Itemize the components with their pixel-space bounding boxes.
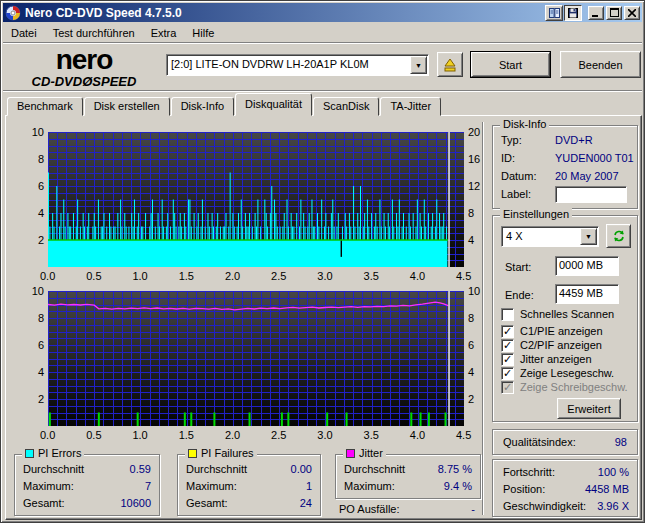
jitter-checkbox[interactable] — [501, 353, 514, 366]
quit-button[interactable]: Beenden — [560, 51, 641, 78]
advanced-button[interactable]: Erweitert — [557, 398, 621, 419]
drive-select[interactable]: [2:0] LITE-ON DVDRW LH-20A1P KL0M ▼ — [166, 54, 429, 76]
tick-label: 1.5 — [179, 270, 194, 282]
tick-label: 6 — [468, 339, 474, 351]
tab-disk-erstellen[interactable]: Disk erstellen — [84, 97, 170, 116]
tick-label: 2.0 — [225, 429, 240, 441]
tick-label: 20 — [468, 126, 480, 138]
tab-diskqualitaet[interactable]: Diskqualität — [235, 93, 312, 116]
tick-label: 6 — [22, 180, 44, 192]
start-input[interactable]: 0000 MB — [555, 256, 619, 276]
progress-label: Fortschritt: — [503, 466, 555, 478]
pi-errors-swatch — [25, 449, 34, 458]
progress-panel: Fortschritt: 100 % Position: 4458 MB Ges… — [492, 459, 638, 517]
jitter-label: Jitter anzeigen — [520, 353, 592, 365]
tick-label: 8 — [22, 312, 44, 324]
label-input[interactable] — [555, 186, 627, 203]
tick-label: 10 — [22, 285, 44, 297]
tab-disk-info[interactable]: Disk-Info — [171, 97, 234, 116]
end-label: Ende: — [505, 289, 534, 301]
minimize-icon — [592, 9, 600, 17]
datum-label: Datum: — [501, 170, 536, 182]
tick-label: 8 — [468, 312, 474, 324]
label-label: Label: — [501, 188, 531, 200]
jitter-avg: 8.75 % — [438, 463, 472, 475]
book-icon — [549, 8, 560, 18]
id-label: ID: — [501, 152, 515, 164]
tab-scandisk[interactable]: ScanDisk — [313, 97, 379, 116]
logo-disc-icon: Ø — [82, 74, 92, 89]
read-speed-checkbox[interactable] — [501, 367, 514, 380]
menu-bar: Datei Test durchführen Extra Hilfe — [3, 23, 642, 42]
chart-window-button[interactable] — [545, 5, 563, 21]
pif-total: 24 — [300, 497, 312, 509]
tick-label: 2.5 — [271, 429, 286, 441]
settings-legend: Einstellungen — [500, 208, 572, 220]
tick-label: 2 — [22, 393, 44, 405]
c2-pif-checkbox[interactable] — [501, 339, 514, 352]
tick-label: 8 — [22, 153, 44, 165]
chevron-down-icon[interactable]: ▼ — [410, 56, 427, 74]
tick-label: 2 — [468, 393, 474, 405]
disk-info-group: Disk-Info Typ: DVD+R ID: YUDEN000 T01 Da… — [492, 125, 638, 209]
eject-button[interactable] — [437, 52, 463, 77]
fast-scan-label: Schnelles Scannen — [520, 308, 614, 320]
po-failures-label: PO Ausfälle: — [339, 503, 400, 515]
speed-select[interactable]: 4 X ▼ — [501, 226, 599, 247]
app-icon — [5, 5, 21, 21]
id-value: YUDEN000 T01 — [555, 152, 634, 164]
datum-value: 20 May 2007 — [555, 170, 619, 182]
tick-label: 4 — [22, 207, 44, 219]
header-separator — [3, 90, 642, 92]
jitter-stats: Jitter Durchschnitt 8.75 % Maximum: 9.4 … — [335, 454, 481, 499]
close-icon — [628, 9, 636, 17]
pi-failures-swatch — [188, 449, 197, 458]
menu-hilfe[interactable]: Hilfe — [184, 25, 222, 41]
panel-divider — [482, 122, 484, 515]
drive-select-value: [2:0] LITE-ON DVDRW LH-20A1P KL0M — [167, 55, 409, 75]
tick-label: 10 — [468, 285, 480, 297]
tick-label: 4.5 — [456, 429, 471, 441]
close-button[interactable] — [624, 6, 640, 20]
po-failures-value: - — [435, 503, 475, 515]
end-input[interactable]: 4459 MB — [555, 284, 619, 304]
tick-label: 8 — [468, 207, 474, 219]
nero-logo-wordmark: nero — [9, 46, 159, 74]
c1-pie-checkbox[interactable] — [501, 325, 514, 338]
quality-index-label: Qualitätsindex: — [503, 436, 576, 448]
tab-ta-jitter[interactable]: TA-Jitter — [380, 97, 441, 116]
tick-label: 4.0 — [410, 270, 425, 282]
tick-label: 3.0 — [317, 429, 332, 441]
speed-value: 3.96 X — [597, 500, 629, 512]
position-label: Position: — [503, 483, 545, 495]
pie-avg: 0.59 — [130, 463, 151, 475]
typ-value: DVD+R — [555, 134, 593, 146]
minimize-button[interactable] — [588, 6, 604, 20]
read-speed-label: Zeige Lesegeschw. — [520, 367, 614, 379]
tick-label: 0.0 — [40, 270, 55, 282]
menu-datei[interactable]: Datei — [3, 25, 45, 41]
save-button[interactable] — [564, 5, 582, 21]
typ-label: Typ: — [501, 134, 522, 146]
menu-test-durchfuehren[interactable]: Test durchführen — [45, 25, 143, 41]
c1-pie-label: C1/PIE anzeigen — [520, 325, 603, 337]
pif-avg: 0.00 — [291, 463, 312, 475]
floppy-disk-icon — [568, 8, 578, 18]
pi-errors-legend: PI Errors — [38, 447, 81, 459]
maximize-button[interactable] — [606, 6, 622, 20]
tick-label: 4 — [22, 366, 44, 378]
tick-label: 0.0 — [40, 429, 55, 441]
tick-label: 3.5 — [364, 270, 379, 282]
start-button[interactable]: Start — [470, 51, 551, 78]
tick-label: 4 — [468, 366, 474, 378]
fast-scan-checkbox[interactable] — [501, 308, 514, 321]
pif-max: 1 — [306, 480, 312, 492]
chevron-down-icon[interactable]: ▼ — [580, 228, 597, 245]
title-bar[interactable]: Nero CD-DVD Speed 4.7.5.0 — [3, 3, 642, 22]
speed-select-value: 4 X — [502, 227, 579, 246]
pi-failures-stats: PI Failures Durchschnitt 0.00 Maximum: 1… — [177, 454, 321, 516]
tab-benchmark[interactable]: Benchmark — [7, 97, 83, 116]
refresh-button[interactable] — [606, 224, 631, 248]
menu-extra[interactable]: Extra — [143, 25, 185, 41]
quality-index-panel: Qualitätsindex: 98 — [492, 429, 638, 455]
